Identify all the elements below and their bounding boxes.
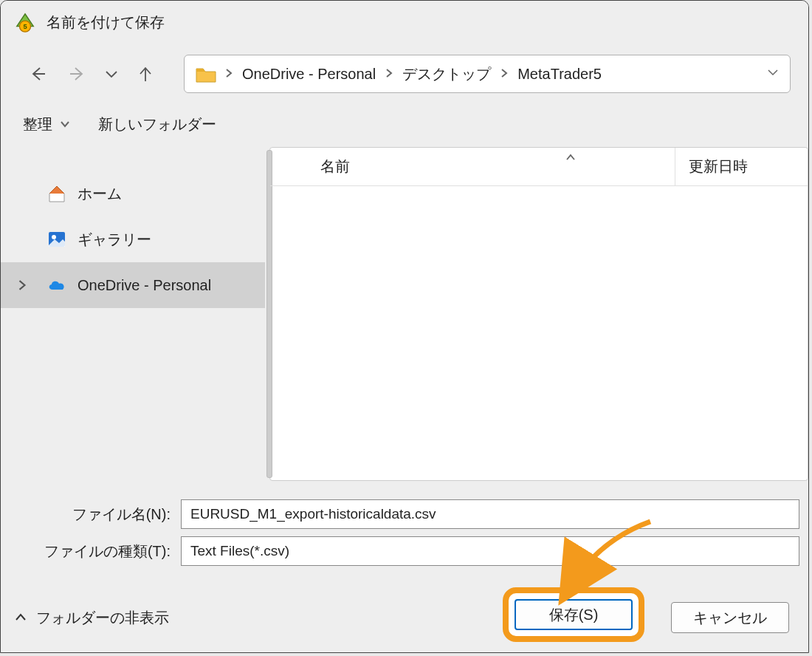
address-dropdown[interactable] [766, 66, 780, 82]
hide-folders-label: フォルダーの非表示 [36, 608, 169, 628]
footer: フォルダーの非表示 保存(S) キャンセル [1, 583, 808, 652]
annotation-highlight: 保存(S) [503, 587, 644, 642]
file-fields: ファイル名(N): ファイルの種類(T): Text Files(*.csv) [1, 484, 808, 574]
breadcrumb-item[interactable]: MetaTrader5 [512, 66, 608, 83]
column-header-name[interactable]: 名前 [270, 157, 675, 177]
title-bar: 5 名前を付けて保存 [1, 1, 808, 44]
filename-label: ファイル名(N): [10, 505, 181, 525]
sidebar-label: ギャラリー [78, 230, 151, 250]
navigation-row: OneDrive - Personal デスクトップ MetaTrader5 [1, 44, 808, 104]
column-header-date[interactable]: 更新日時 [675, 148, 808, 185]
sidebar: ホーム ギャラリー OneDrive - Personal [1, 144, 265, 484]
filetype-label: ファイルの種類(T): [10, 541, 181, 561]
hide-folders-toggle[interactable]: フォルダーの非表示 [14, 608, 169, 628]
chevron-right-icon[interactable] [497, 67, 512, 81]
breadcrumb-item[interactable]: デスクトップ [396, 64, 497, 84]
gallery-icon [47, 229, 67, 250]
cancel-button[interactable]: キャンセル [671, 602, 789, 633]
organize-menu[interactable]: 整理 [23, 115, 70, 134]
svg-text:5: 5 [23, 23, 27, 30]
organize-label: 整理 [23, 115, 52, 134]
up-button[interactable] [131, 59, 160, 89]
home-icon [47, 183, 67, 204]
sidebar-label: ホーム [78, 184, 122, 204]
save-as-dialog: 5 名前を付けて保存 OneDrive - Personal デスクトップ [0, 0, 809, 653]
file-list-pane[interactable]: 名前 更新日時 [269, 147, 808, 481]
filetype-row: ファイルの種類(T): Text Files(*.csv) [10, 533, 799, 570]
app-icon: 5 [14, 11, 36, 33]
filetype-value: Text Files(*.csv) [190, 543, 289, 559]
toolbar: 整理 新しいフォルダー [1, 104, 808, 144]
sidebar-item-home[interactable]: ホーム [1, 171, 265, 216]
filetype-select[interactable]: Text Files(*.csv) [181, 536, 799, 566]
chevron-right-icon[interactable] [382, 67, 396, 81]
onedrive-icon [47, 275, 67, 295]
chevron-down-icon [52, 116, 70, 133]
window-title: 名前を付けて保存 [47, 13, 165, 33]
history-dropdown[interactable] [103, 59, 120, 89]
new-folder-label: 新しいフォルダー [98, 115, 216, 134]
sidebar-item-gallery[interactable]: ギャラリー [1, 216, 265, 262]
svg-point-3 [52, 235, 56, 239]
chevron-up-icon [14, 611, 27, 624]
folder-icon [195, 64, 217, 83]
file-list-header: 名前 更新日時 [270, 148, 808, 186]
new-folder-button[interactable]: 新しいフォルダー [98, 115, 216, 134]
splitter[interactable] [265, 144, 269, 484]
back-button[interactable] [23, 59, 52, 89]
breadcrumb-item[interactable]: OneDrive - Personal [236, 66, 382, 83]
save-button[interactable]: 保存(S) [515, 599, 633, 630]
content-area: ホーム ギャラリー OneDrive - Personal [1, 144, 808, 484]
forward-button[interactable] [63, 59, 92, 89]
sidebar-item-onedrive[interactable]: OneDrive - Personal [1, 262, 265, 308]
filename-input[interactable] [181, 499, 799, 529]
sidebar-label: OneDrive - Personal [78, 277, 211, 294]
filename-row: ファイル名(N): [10, 496, 799, 533]
chevron-right-icon[interactable] [221, 67, 236, 81]
sort-indicator-icon [565, 151, 576, 164]
address-bar[interactable]: OneDrive - Personal デスクトップ MetaTrader5 [184, 55, 791, 93]
chevron-right-icon[interactable] [17, 277, 30, 294]
